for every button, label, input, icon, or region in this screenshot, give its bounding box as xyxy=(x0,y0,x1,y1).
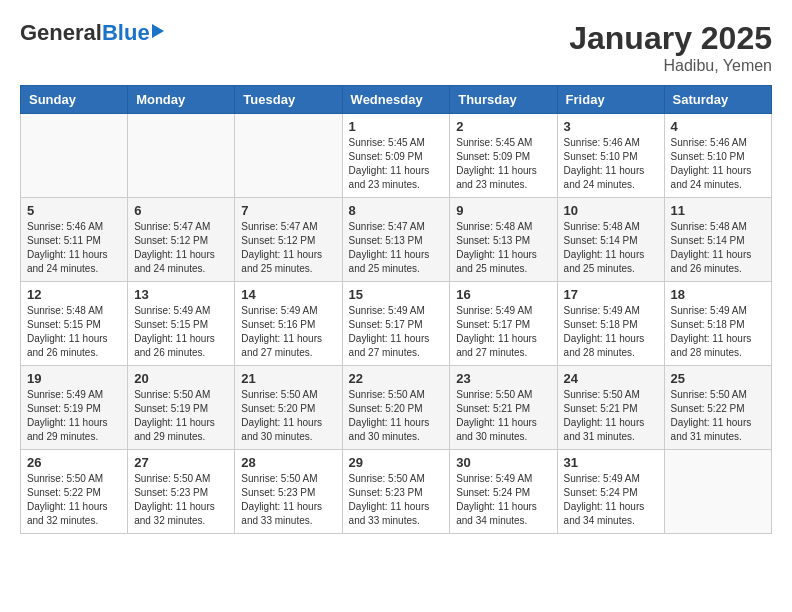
day-number: 31 xyxy=(564,455,658,470)
day-info: Sunrise: 5:47 AM Sunset: 5:13 PM Dayligh… xyxy=(349,220,444,276)
day-info: Sunrise: 5:50 AM Sunset: 5:23 PM Dayligh… xyxy=(134,472,228,528)
day-info: Sunrise: 5:49 AM Sunset: 5:17 PM Dayligh… xyxy=(349,304,444,360)
calendar-cell: 3Sunrise: 5:46 AM Sunset: 5:10 PM Daylig… xyxy=(557,114,664,198)
calendar-cell: 28Sunrise: 5:50 AM Sunset: 5:23 PM Dayli… xyxy=(235,450,342,534)
day-number: 5 xyxy=(27,203,121,218)
calendar-header-row: SundayMondayTuesdayWednesdayThursdayFrid… xyxy=(21,86,772,114)
calendar-cell: 11Sunrise: 5:48 AM Sunset: 5:14 PM Dayli… xyxy=(664,198,771,282)
day-header-tuesday: Tuesday xyxy=(235,86,342,114)
day-info: Sunrise: 5:48 AM Sunset: 5:13 PM Dayligh… xyxy=(456,220,550,276)
calendar-cell: 18Sunrise: 5:49 AM Sunset: 5:18 PM Dayli… xyxy=(664,282,771,366)
calendar-week-row: 5Sunrise: 5:46 AM Sunset: 5:11 PM Daylig… xyxy=(21,198,772,282)
day-info: Sunrise: 5:50 AM Sunset: 5:21 PM Dayligh… xyxy=(564,388,658,444)
calendar-cell xyxy=(21,114,128,198)
day-number: 17 xyxy=(564,287,658,302)
day-number: 18 xyxy=(671,287,765,302)
calendar-cell: 23Sunrise: 5:50 AM Sunset: 5:21 PM Dayli… xyxy=(450,366,557,450)
calendar-cell: 12Sunrise: 5:48 AM Sunset: 5:15 PM Dayli… xyxy=(21,282,128,366)
day-info: Sunrise: 5:48 AM Sunset: 5:14 PM Dayligh… xyxy=(671,220,765,276)
day-info: Sunrise: 5:50 AM Sunset: 5:20 PM Dayligh… xyxy=(349,388,444,444)
calendar-cell: 13Sunrise: 5:49 AM Sunset: 5:15 PM Dayli… xyxy=(128,282,235,366)
calendar-cell xyxy=(235,114,342,198)
calendar-cell: 7Sunrise: 5:47 AM Sunset: 5:12 PM Daylig… xyxy=(235,198,342,282)
day-number: 2 xyxy=(456,119,550,134)
calendar-cell: 6Sunrise: 5:47 AM Sunset: 5:12 PM Daylig… xyxy=(128,198,235,282)
logo-blue-text: Blue xyxy=(102,20,150,46)
calendar-cell: 1Sunrise: 5:45 AM Sunset: 5:09 PM Daylig… xyxy=(342,114,450,198)
calendar-cell: 14Sunrise: 5:49 AM Sunset: 5:16 PM Dayli… xyxy=(235,282,342,366)
day-info: Sunrise: 5:49 AM Sunset: 5:17 PM Dayligh… xyxy=(456,304,550,360)
day-info: Sunrise: 5:47 AM Sunset: 5:12 PM Dayligh… xyxy=(134,220,228,276)
day-info: Sunrise: 5:49 AM Sunset: 5:19 PM Dayligh… xyxy=(27,388,121,444)
day-info: Sunrise: 5:46 AM Sunset: 5:10 PM Dayligh… xyxy=(671,136,765,192)
day-info: Sunrise: 5:50 AM Sunset: 5:22 PM Dayligh… xyxy=(27,472,121,528)
calendar-cell: 24Sunrise: 5:50 AM Sunset: 5:21 PM Dayli… xyxy=(557,366,664,450)
day-number: 22 xyxy=(349,371,444,386)
day-info: Sunrise: 5:49 AM Sunset: 5:24 PM Dayligh… xyxy=(456,472,550,528)
calendar-week-row: 19Sunrise: 5:49 AM Sunset: 5:19 PM Dayli… xyxy=(21,366,772,450)
day-info: Sunrise: 5:48 AM Sunset: 5:15 PM Dayligh… xyxy=(27,304,121,360)
calendar-cell: 4Sunrise: 5:46 AM Sunset: 5:10 PM Daylig… xyxy=(664,114,771,198)
day-info: Sunrise: 5:46 AM Sunset: 5:11 PM Dayligh… xyxy=(27,220,121,276)
day-info: Sunrise: 5:50 AM Sunset: 5:21 PM Dayligh… xyxy=(456,388,550,444)
calendar-cell: 2Sunrise: 5:45 AM Sunset: 5:09 PM Daylig… xyxy=(450,114,557,198)
calendar-week-row: 26Sunrise: 5:50 AM Sunset: 5:22 PM Dayli… xyxy=(21,450,772,534)
calendar-cell: 15Sunrise: 5:49 AM Sunset: 5:17 PM Dayli… xyxy=(342,282,450,366)
day-number: 7 xyxy=(241,203,335,218)
day-header-saturday: Saturday xyxy=(664,86,771,114)
day-number: 21 xyxy=(241,371,335,386)
calendar-week-row: 1Sunrise: 5:45 AM Sunset: 5:09 PM Daylig… xyxy=(21,114,772,198)
day-number: 19 xyxy=(27,371,121,386)
day-header-friday: Friday xyxy=(557,86,664,114)
calendar-cell: 31Sunrise: 5:49 AM Sunset: 5:24 PM Dayli… xyxy=(557,450,664,534)
day-info: Sunrise: 5:50 AM Sunset: 5:23 PM Dayligh… xyxy=(349,472,444,528)
day-number: 24 xyxy=(564,371,658,386)
title-block: January 2025 Hadibu, Yemen xyxy=(569,20,772,75)
calendar-cell: 20Sunrise: 5:50 AM Sunset: 5:19 PM Dayli… xyxy=(128,366,235,450)
day-info: Sunrise: 5:49 AM Sunset: 5:18 PM Dayligh… xyxy=(564,304,658,360)
day-header-sunday: Sunday xyxy=(21,86,128,114)
day-number: 23 xyxy=(456,371,550,386)
day-info: Sunrise: 5:48 AM Sunset: 5:14 PM Dayligh… xyxy=(564,220,658,276)
day-info: Sunrise: 5:50 AM Sunset: 5:19 PM Dayligh… xyxy=(134,388,228,444)
calendar-cell: 19Sunrise: 5:49 AM Sunset: 5:19 PM Dayli… xyxy=(21,366,128,450)
calendar-cell: 17Sunrise: 5:49 AM Sunset: 5:18 PM Dayli… xyxy=(557,282,664,366)
calendar-cell xyxy=(664,450,771,534)
day-header-wednesday: Wednesday xyxy=(342,86,450,114)
day-number: 8 xyxy=(349,203,444,218)
day-info: Sunrise: 5:49 AM Sunset: 5:16 PM Dayligh… xyxy=(241,304,335,360)
day-info: Sunrise: 5:47 AM Sunset: 5:12 PM Dayligh… xyxy=(241,220,335,276)
day-info: Sunrise: 5:50 AM Sunset: 5:20 PM Dayligh… xyxy=(241,388,335,444)
day-number: 4 xyxy=(671,119,765,134)
calendar-cell: 25Sunrise: 5:50 AM Sunset: 5:22 PM Dayli… xyxy=(664,366,771,450)
day-number: 16 xyxy=(456,287,550,302)
day-number: 10 xyxy=(564,203,658,218)
calendar-week-row: 12Sunrise: 5:48 AM Sunset: 5:15 PM Dayli… xyxy=(21,282,772,366)
day-number: 30 xyxy=(456,455,550,470)
day-header-thursday: Thursday xyxy=(450,86,557,114)
day-info: Sunrise: 5:50 AM Sunset: 5:23 PM Dayligh… xyxy=(241,472,335,528)
day-number: 27 xyxy=(134,455,228,470)
day-number: 9 xyxy=(456,203,550,218)
day-number: 14 xyxy=(241,287,335,302)
day-number: 29 xyxy=(349,455,444,470)
calendar-cell: 26Sunrise: 5:50 AM Sunset: 5:22 PM Dayli… xyxy=(21,450,128,534)
day-number: 11 xyxy=(671,203,765,218)
logo-arrow-icon xyxy=(152,24,164,38)
day-info: Sunrise: 5:46 AM Sunset: 5:10 PM Dayligh… xyxy=(564,136,658,192)
calendar-cell: 30Sunrise: 5:49 AM Sunset: 5:24 PM Dayli… xyxy=(450,450,557,534)
month-title: January 2025 xyxy=(569,20,772,57)
calendar-cell: 9Sunrise: 5:48 AM Sunset: 5:13 PM Daylig… xyxy=(450,198,557,282)
location-subtitle: Hadibu, Yemen xyxy=(569,57,772,75)
calendar-cell: 8Sunrise: 5:47 AM Sunset: 5:13 PM Daylig… xyxy=(342,198,450,282)
day-info: Sunrise: 5:49 AM Sunset: 5:18 PM Dayligh… xyxy=(671,304,765,360)
calendar-cell: 21Sunrise: 5:50 AM Sunset: 5:20 PM Dayli… xyxy=(235,366,342,450)
calendar-cell: 5Sunrise: 5:46 AM Sunset: 5:11 PM Daylig… xyxy=(21,198,128,282)
day-info: Sunrise: 5:45 AM Sunset: 5:09 PM Dayligh… xyxy=(349,136,444,192)
logo: General Blue xyxy=(20,20,164,46)
calendar-cell: 27Sunrise: 5:50 AM Sunset: 5:23 PM Dayli… xyxy=(128,450,235,534)
day-info: Sunrise: 5:49 AM Sunset: 5:24 PM Dayligh… xyxy=(564,472,658,528)
calendar-cell: 16Sunrise: 5:49 AM Sunset: 5:17 PM Dayli… xyxy=(450,282,557,366)
page-header: General Blue January 2025 Hadibu, Yemen xyxy=(20,20,772,75)
day-info: Sunrise: 5:50 AM Sunset: 5:22 PM Dayligh… xyxy=(671,388,765,444)
